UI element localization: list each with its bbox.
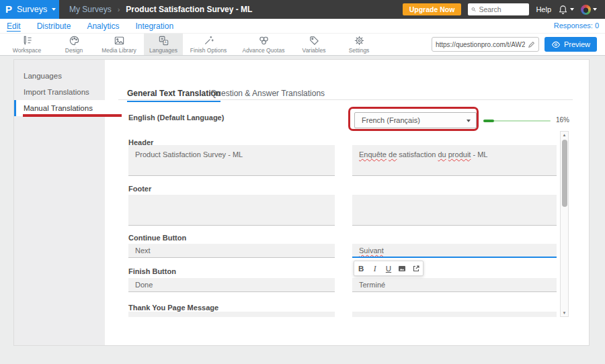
pencil-icon: [528, 41, 535, 48]
breadcrumb-parent[interactable]: My Surveys: [69, 5, 112, 14]
survey-url-input[interactable]: [436, 41, 525, 48]
translation-footer[interactable]: [352, 195, 557, 226]
source-finish-button[interactable]: Done: [128, 278, 335, 292]
design-icon: [69, 35, 80, 46]
settings-icon: [354, 35, 365, 46]
questionpro-logo: P: [5, 0, 12, 19]
sidebar-items: LanguagesImport TranslationsManual Trans…: [14, 68, 105, 116]
upgrade-now-button[interactable]: Upgrade Now: [403, 3, 462, 15]
toolbar-item-settings[interactable]: Settings: [335, 34, 383, 55]
selected-language: French (Français): [362, 116, 420, 124]
preview-button[interactable]: Preview: [544, 37, 597, 52]
translation-progress-fill: [483, 120, 494, 122]
search-input[interactable]: [479, 5, 526, 13]
bold-button[interactable]: B: [355, 261, 367, 275]
source-continue-button[interactable]: Next: [128, 244, 335, 258]
responses-link[interactable]: Responses: 0: [554, 21, 599, 30]
field-label-footer: Footer: [128, 185, 151, 193]
subnav-edit[interactable]: Edit: [7, 21, 21, 31]
toolbar-item-workspace[interactable]: Workspace: [0, 34, 54, 55]
svg-text:A: A: [164, 40, 167, 44]
scroll-up-arrow-icon[interactable]: ▲: [561, 132, 568, 138]
sidebar-item-import-translations[interactable]: Import Translations: [14, 84, 105, 100]
subnav-analytics[interactable]: Analytics: [87, 21, 119, 31]
insert-image-button[interactable]: [396, 261, 408, 275]
finish-options-icon: [203, 35, 214, 46]
chevron-down-icon: [570, 8, 574, 11]
toolbar-item-label: Finish Options: [190, 47, 227, 54]
main-panel: LanguagesImport TranslationsManual Trans…: [13, 59, 590, 346]
annotation-red-underline: [23, 114, 122, 117]
italic-button[interactable]: I: [369, 261, 381, 275]
search-icon: [471, 6, 476, 13]
toolbar-item-label: Variables: [302, 47, 326, 54]
translation-content: General Text TranslationQuestion & Answe…: [105, 60, 589, 345]
account-menu[interactable]: [581, 5, 597, 15]
toolbar-item-label: Languages: [149, 47, 177, 54]
avatar: [581, 5, 591, 15]
target-language-dropdown[interactable]: French (Français): [354, 112, 477, 128]
subnav-integration[interactable]: Integration: [135, 21, 173, 31]
toolbar-item-label: Settings: [349, 47, 370, 54]
translation-progress-percent: 16%: [556, 116, 569, 124]
translation-header[interactable]: Enquête de satisfaction du produit - ML: [352, 145, 557, 176]
chevron-down-icon: [467, 120, 471, 122]
tab-general-text-translation[interactable]: General Text Translation: [127, 89, 220, 102]
global-search[interactable]: [468, 3, 529, 15]
notifications-menu[interactable]: [558, 5, 574, 15]
toolbar-item-variables[interactable]: Variables: [293, 34, 335, 55]
scrollbar-thumb[interactable]: [562, 140, 567, 207]
breadcrumb-current: Product Satisfaction Survey - ML: [126, 5, 252, 14]
languages-icon: A: [158, 35, 169, 46]
breadcrumb: My Surveys › Product Satisfaction Survey…: [69, 5, 252, 14]
advance-quotas-icon: [258, 35, 270, 46]
field-label-continue-button: Continue Button: [128, 234, 186, 242]
toolbar-item-design[interactable]: Design: [54, 34, 94, 55]
chevron-down-icon: [593, 8, 597, 11]
translation-finish-button[interactable]: Terminé: [352, 278, 557, 292]
preview-label: Preview: [564, 40, 590, 48]
default-language-label: English (Default Language): [128, 113, 224, 122]
source-thank-you-page-message[interactable]: [128, 312, 335, 317]
toolbar-item-languages[interactable]: ALanguages: [144, 34, 183, 55]
field-label-thank-you-page-message: Thank You Page Message: [128, 304, 218, 312]
toolbar-item-advance-quotas[interactable]: Advance Quotas: [234, 34, 293, 55]
scroll-down-arrow-icon[interactable]: ▼: [561, 310, 568, 316]
format-toolbar: BIU: [354, 261, 424, 276]
bell-icon: [558, 5, 568, 15]
translation-thank-you-page-message[interactable]: [352, 312, 557, 317]
translation-continue-button[interactable]: Suivant: [352, 244, 557, 258]
misspelled-word: Suivant: [359, 246, 384, 255]
misspelled-word: produit: [448, 150, 471, 158]
insert-link-button[interactable]: [410, 261, 422, 275]
fields-scrollbar[interactable]: ▲ ▼: [560, 131, 569, 317]
underline-button[interactable]: U: [382, 261, 395, 275]
subnav: EditDistributeAnalyticsIntegration Respo…: [0, 19, 605, 34]
misspelled-word: Enquête: [359, 150, 387, 158]
media-library-icon: [114, 35, 125, 46]
toolbar-item-label: Design: [65, 47, 83, 54]
toolbar-items: WorkspaceDesignMedia LibraryALanguagesFi…: [0, 34, 383, 55]
survey-toolbar: WorkspaceDesignMedia LibraryALanguagesFi…: [0, 34, 605, 56]
field-label-finish-button: Finish Button: [128, 267, 176, 275]
survey-url-box: [432, 37, 539, 52]
tabs-divider: [118, 99, 573, 100]
toolbar-item-label: Workspace: [13, 47, 41, 54]
sidebar-item-languages[interactable]: Languages: [14, 68, 105, 84]
toolbar-item-label: Media Library: [102, 47, 136, 54]
chevron-down-icon: [52, 8, 56, 11]
misspelled-word: du: [438, 150, 446, 158]
topbar: P Surveys My Surveys › Product Satisfact…: [0, 0, 605, 19]
toolbar-item-media-library[interactable]: Media Library: [94, 34, 144, 55]
source-footer[interactable]: [128, 195, 335, 226]
eye-icon: [551, 41, 561, 48]
edit-url-button[interactable]: [525, 41, 535, 48]
workspace-icon: [22, 35, 33, 46]
misspelled-word: de: [389, 150, 397, 158]
breadcrumb-separator: ›: [118, 5, 120, 13]
product-menu[interactable]: P Surveys: [0, 0, 59, 19]
subnav-distribute[interactable]: Distribute: [37, 21, 71, 31]
toolbar-item-finish-options[interactable]: Finish Options: [183, 34, 234, 55]
source-header[interactable]: Product Satisfaction Survey - ML: [128, 145, 335, 176]
help-link[interactable]: Help: [536, 5, 551, 13]
